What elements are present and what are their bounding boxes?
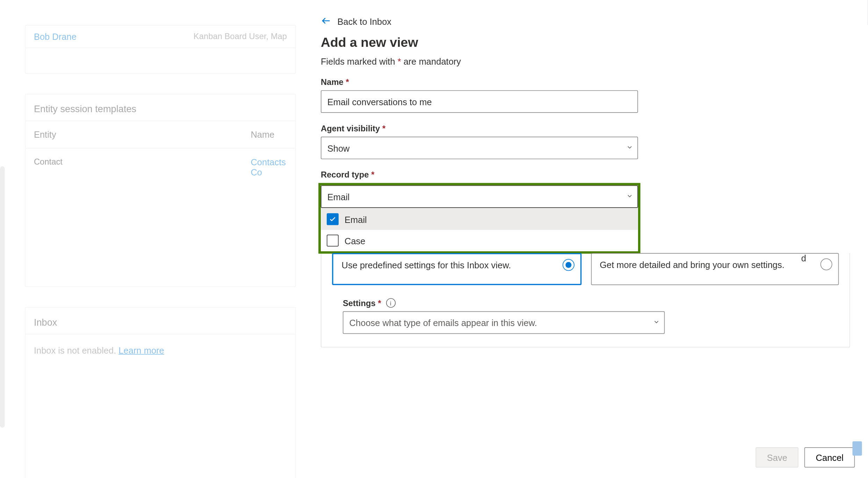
record-type-label: Record type * (321, 170, 638, 179)
name-group: Name * (321, 77, 638, 113)
agent-visibility-label: Agent visibility * (321, 124, 638, 133)
entity-session-templates-section: Entity session templates Entity Name Con… (25, 94, 296, 287)
user-link[interactable]: Bob Drane (34, 31, 77, 42)
col-name: Name (251, 130, 287, 140)
inbox-section: Inbox Inbox is not enabled. Learn more (25, 307, 296, 478)
record-type-group: Record type * (321, 170, 638, 179)
advanced-option-card[interactable]: d Get more detailed and bring your own s… (591, 253, 839, 285)
name-input[interactable] (321, 90, 638, 113)
add-view-panel: Back to Inbox Add a new view Fields mark… (303, 0, 868, 478)
record-type-value: Email (321, 185, 638, 208)
checkbox-checked-icon (327, 213, 339, 225)
record-type-option-email[interactable]: Email (321, 209, 638, 230)
simple-option-card[interactable]: Use predefined settings for this Inbox v… (332, 253, 581, 285)
name-label: Name * (321, 77, 638, 87)
option-cards: Use predefined settings for this Inbox v… (332, 253, 839, 285)
mandatory-note: Fields marked with * are mandatory (321, 57, 850, 67)
back-arrow-icon (321, 15, 332, 28)
simple-card-desc: Use predefined settings for this Inbox v… (342, 260, 511, 270)
settings-sub: Settings * i Choose what type of emails … (332, 298, 665, 334)
record-type-dropdown[interactable]: Email Email Case (318, 183, 640, 254)
section-title: Entity session templates (26, 94, 295, 121)
radio-unselected-icon (820, 259, 832, 270)
cancel-button[interactable]: Cancel (804, 447, 855, 468)
option-email-label: Email (345, 214, 367, 224)
row-entity: Contact (34, 157, 251, 177)
back-label: Back to Inbox (338, 17, 392, 27)
user-section: Bob Drane Kanban Board User, Map (25, 25, 296, 73)
settings-zone: Use predefined settings for this Inbox v… (321, 253, 850, 347)
option-case-label: Case (345, 236, 366, 246)
background-content: Bob Drane Kanban Board User, Map Entity … (0, 0, 303, 478)
col-entity: Entity (34, 130, 251, 140)
inbox-not-enabled-text: Inbox is not enabled. (34, 345, 118, 355)
checkbox-unchecked-icon (327, 235, 339, 247)
inbox-title: Inbox (26, 308, 295, 334)
settings-placeholder: Choose what type of emails appear in thi… (343, 311, 665, 334)
radio-selected-icon (562, 259, 574, 271)
advanced-card-desc: Get more detailed and bring your own set… (600, 260, 784, 270)
decorative-corner (853, 441, 862, 456)
scrollbar[interactable] (0, 166, 5, 428)
agent-visibility-value: Show (321, 137, 638, 159)
save-button: Save (756, 447, 799, 468)
user-roles: Kanban Board User, Map (194, 31, 287, 42)
panel-footer: Save Cancel (756, 447, 855, 468)
record-type-option-case[interactable]: Case (321, 230, 638, 251)
panel-title: Add a new view (321, 35, 850, 50)
advanced-title-fragment: d (801, 253, 806, 263)
row-name-link[interactable]: Contacts Co (251, 157, 287, 177)
agent-visibility-select[interactable]: Show (321, 137, 638, 159)
back-to-inbox-link[interactable]: Back to Inbox (321, 15, 850, 28)
info-icon[interactable]: i (386, 298, 395, 307)
learn-more-link[interactable]: Learn more (118, 345, 164, 355)
settings-label: Settings * (343, 298, 381, 307)
settings-select[interactable]: Choose what type of emails appear in thi… (343, 311, 665, 334)
agent-visibility-group: Agent visibility * Show (321, 124, 638, 159)
record-type-options: Email Case (321, 208, 638, 251)
